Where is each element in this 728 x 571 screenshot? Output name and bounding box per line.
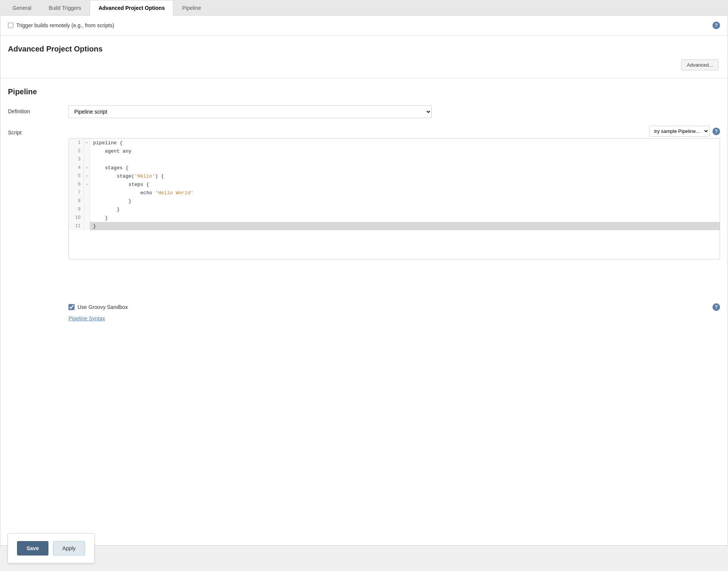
line-content: stages { — [90, 164, 132, 172]
script-header: try sample Pipeline... Hello World Githu… — [68, 126, 720, 137]
line-number: 5 — [69, 172, 84, 180]
trigger-checkbox[interactable] — [8, 23, 13, 28]
line-number: 9 — [69, 205, 84, 214]
groovy-sandbox-checkbox[interactable] — [68, 304, 75, 310]
page-wrapper: General Build Triggers Advanced Project … — [0, 0, 728, 571]
line-number: 3 — [69, 155, 84, 164]
advanced-options-title: Advanced Project Options — [8, 45, 720, 53]
line-content: } — [90, 214, 111, 222]
line-number: 1 — [69, 139, 84, 147]
line-content: steps { — [90, 180, 152, 189]
pipeline-syntax-row: Pipeline Syntax — [8, 315, 720, 321]
tab-advanced-project-options[interactable]: Advanced Project Options — [90, 0, 173, 16]
line-content: } — [90, 222, 99, 230]
code-token: stage( — [93, 173, 134, 179]
code-line-6: 6▾ steps { — [69, 180, 720, 189]
script-help-icon[interactable]: ? — [712, 128, 720, 135]
script-label: Script — [8, 126, 68, 136]
line-gutter — [84, 205, 90, 214]
line-gutter — [84, 214, 90, 222]
code-editor[interactable]: 1▾pipeline {2 agent any34▾ stages {5▾ st… — [68, 138, 720, 259]
line-number: 2 — [69, 147, 84, 155]
definition-label: Definition — [8, 105, 68, 114]
code-token: 'Hello World' — [155, 190, 193, 196]
line-gutter: ▾ — [84, 180, 90, 189]
bottom-bar: Save Apply — [8, 533, 95, 563]
tab-pipeline[interactable]: Pipeline — [173, 0, 210, 16]
groovy-help-icon[interactable]: ? — [712, 303, 720, 311]
code-token: agent any — [93, 148, 131, 154]
code-token: echo — [93, 190, 155, 196]
line-content — [90, 155, 96, 164]
tab-general[interactable]: General — [4, 0, 40, 16]
line-gutter: ▾ — [84, 172, 90, 180]
definition-select[interactable]: Pipeline script Pipeline script from SCM — [68, 105, 432, 118]
line-number: 10 — [69, 214, 84, 222]
advanced-button[interactable]: Advanced... — [681, 59, 719, 70]
script-content-wrap: try sample Pipeline... Hello World Githu… — [68, 126, 720, 297]
line-content: agent any — [90, 147, 134, 155]
code-line-4: 4▾ stages { — [69, 164, 720, 172]
line-gutter: ▾ — [84, 139, 90, 147]
code-token: } — [93, 198, 131, 204]
line-gutter — [84, 222, 90, 230]
line-content: echo 'Hello World' — [90, 189, 196, 197]
line-number: 11 — [69, 222, 84, 230]
trigger-left: Trigger builds remotely (e.g., from scri… — [8, 22, 114, 28]
trigger-row: Trigger builds remotely (e.g., from scri… — [0, 16, 728, 36]
trigger-label: Trigger builds remotely (e.g., from scri… — [16, 22, 114, 28]
definition-control-wrap: Pipeline script Pipeline script from SCM — [68, 105, 720, 118]
apply-button[interactable]: Apply — [53, 541, 85, 555]
code-token: 'Hello' — [134, 173, 155, 179]
pipeline-section: Pipeline Definition Pipeline script Pipe… — [0, 78, 728, 338]
code-line-8: 8 } — [69, 197, 720, 205]
try-sample-select[interactable]: try sample Pipeline... Hello World Githu… — [649, 126, 709, 137]
line-gutter — [84, 155, 90, 164]
line-gutter: ▾ — [84, 164, 90, 172]
trigger-help-icon[interactable]: ? — [712, 22, 720, 29]
advanced-options-content: Advanced... — [8, 59, 720, 70]
code-line-3: 3 — [69, 155, 720, 164]
tab-build-triggers[interactable]: Build Triggers — [40, 0, 90, 16]
line-content: stage('Hello') { — [90, 172, 167, 180]
code-line-7: 7 echo 'Hello World' — [69, 189, 720, 197]
code-token: steps { — [93, 182, 149, 187]
code-line-10: 10 } — [69, 214, 720, 222]
code-empty-area — [68, 259, 720, 297]
line-number: 6 — [69, 180, 84, 189]
pipeline-syntax-link[interactable]: Pipeline Syntax — [68, 315, 105, 321]
groovy-sandbox-row: Use Groovy Sandbox ? — [8, 303, 720, 311]
line-number: 7 — [69, 189, 84, 197]
code-line-9: 9 } — [69, 205, 720, 214]
code-token: stages { — [93, 165, 129, 171]
groovy-left: Use Groovy Sandbox — [68, 304, 128, 310]
code-line-5: 5▾ stage('Hello') { — [69, 172, 720, 180]
save-button[interactable]: Save — [17, 541, 48, 555]
line-gutter — [84, 147, 90, 155]
code-token: ) { — [155, 173, 164, 179]
groovy-sandbox-label: Use Groovy Sandbox — [78, 304, 128, 310]
code-line-11: 11} — [69, 222, 720, 230]
code-line-1: 1▾pipeline { — [69, 139, 720, 147]
script-row: Script try sample Pipeline... Hello Worl… — [8, 126, 720, 297]
code-token: pipeline { — [93, 140, 123, 146]
line-number: 8 — [69, 197, 84, 205]
line-content: pipeline { — [90, 139, 126, 147]
code-token: } — [93, 223, 96, 229]
line-content: } — [90, 197, 134, 205]
line-number: 4 — [69, 164, 84, 172]
line-gutter — [84, 189, 90, 197]
content-area: Trigger builds remotely (e.g., from scri… — [0, 16, 728, 546]
line-gutter — [84, 197, 90, 205]
code-token: } — [93, 207, 120, 212]
pipeline-title: Pipeline — [8, 87, 720, 96]
definition-row: Definition Pipeline script Pipeline scri… — [8, 105, 720, 118]
code-line-2: 2 agent any — [69, 147, 720, 155]
tabs-bar: General Build Triggers Advanced Project … — [0, 0, 728, 16]
code-token: } — [93, 215, 108, 221]
advanced-options-section: Advanced Project Options Advanced... — [0, 36, 728, 78]
line-content: } — [90, 205, 123, 214]
